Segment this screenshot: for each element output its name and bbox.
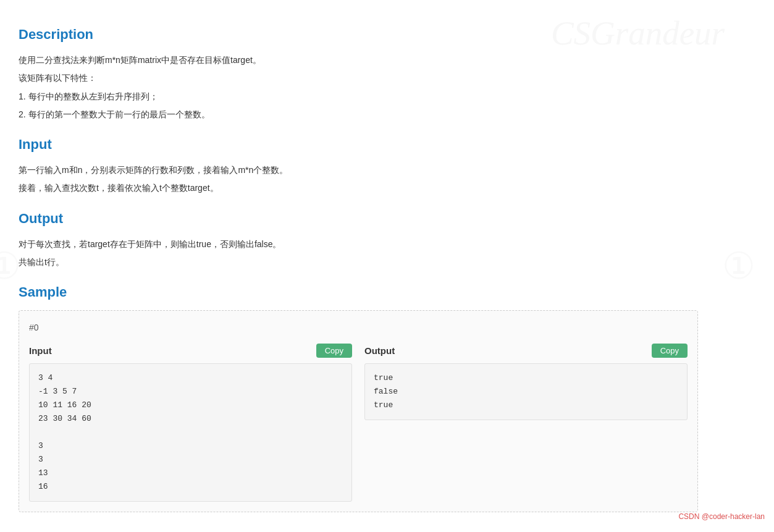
- sample-id: #0: [29, 321, 688, 334]
- sample-input-label: Input: [29, 344, 52, 358]
- output-section: Output 对于每次查找，若target存在于矩阵中，则输出true，否则输出…: [19, 208, 698, 271]
- watermark-left: ①: [0, 237, 21, 296]
- sample-output-label: Output: [364, 344, 395, 358]
- sample-output-code: true false true: [364, 363, 688, 420]
- sample-input-code: 3 4 -1 3 5 7 10 11 16 20 23 30 34 60 3 3…: [29, 363, 352, 502]
- output-title: Output: [19, 208, 698, 229]
- sample-output-header: Output Copy: [364, 344, 688, 358]
- watermark-right: ①: [722, 237, 755, 296]
- input-line-1: 第一行输入m和n，分别表示矩阵的行数和列数，接着输入m*n个整数。: [19, 163, 698, 178]
- description-title: Description: [19, 23, 698, 45]
- input-line-2: 接着，输入查找次数t，接着依次输入t个整数target。: [19, 180, 698, 196]
- output-line-2: 共输出t行。: [19, 255, 698, 270]
- main-content: Description 使用二分查找法来判断m*n矩阵matrix中是否存在目标…: [19, 23, 698, 512]
- sample-output-col: Output Copy true false true: [364, 344, 688, 420]
- copy-input-button[interactable]: Copy: [316, 344, 352, 358]
- sample-input-col: Input Copy 3 4 -1 3 5 7 10 11 16 20 23 3…: [29, 344, 352, 502]
- description-line-2: 该矩阵有以下特性：: [19, 70, 698, 86]
- description-line-3: 1. 每行中的整数从左到右升序排列；: [19, 89, 698, 104]
- csdn-tag: CSDN @coder-hacker-lan: [678, 511, 765, 523]
- sample-title: Sample: [19, 281, 698, 303]
- output-line-1: 对于每次查找，若target存在于矩阵中，则输出true，否则输出false。: [19, 237, 698, 252]
- sample-input-header: Input Copy: [29, 344, 352, 358]
- input-section: Input 第一行输入m和n，分别表示矩阵的行数和列数，接着输入m*n个整数。 …: [19, 133, 698, 196]
- copy-output-button[interactable]: Copy: [652, 344, 688, 358]
- sample-io-row: Input Copy 3 4 -1 3 5 7 10 11 16 20 23 3…: [29, 344, 688, 502]
- sample-container: #0 Input Copy 3 4 -1 3 5 7 10 11 16 20 2…: [19, 310, 698, 512]
- input-title: Input: [19, 133, 698, 155]
- description-line-1: 使用二分查找法来判断m*n矩阵matrix中是否存在目标值target。: [19, 53, 698, 68]
- description-line-4: 2. 每行的第一个整数大于前一行的最后一个整数。: [19, 107, 698, 122]
- sample-section: Sample #0 Input Copy 3 4 -1 3 5 7 10 11 …: [19, 281, 698, 512]
- description-section: Description 使用二分查找法来判断m*n矩阵matrix中是否存在目标…: [19, 23, 698, 122]
